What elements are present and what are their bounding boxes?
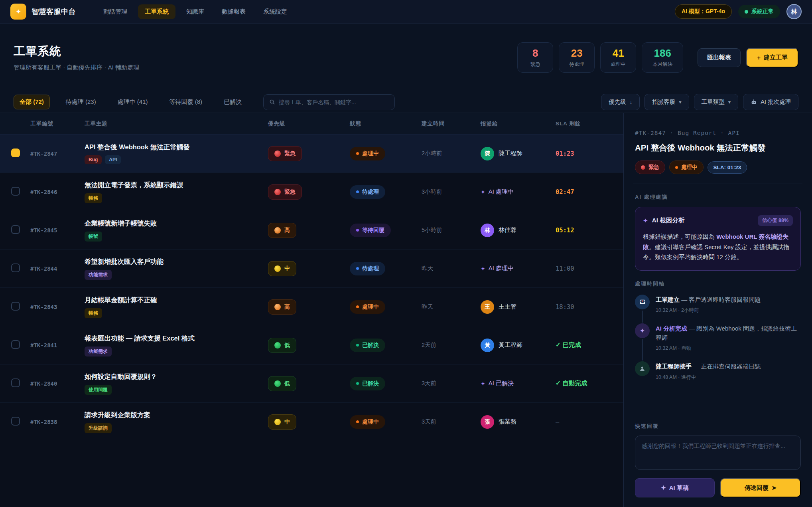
nav-item-knowledge[interactable]: 知識庫: [179, 4, 211, 19]
ticket-title: 無法開立電子發票，系統顯示錯誤: [85, 181, 268, 190]
row-checkbox[interactable]: [11, 340, 20, 349]
page-header: 工單系統 管理所有客服工單 · 自動優先排序 · AI 輔助處理 8 緊急 23…: [0, 24, 812, 91]
timeline-section-label: 處理時間軸: [635, 280, 801, 287]
timeline-item: 陳工程師接手 — 正在排查伺服器端日誌 10:48 AM · 進行中: [635, 361, 801, 381]
table-row[interactable]: #TK-2838 請求升級到企業版方案 升級諮詢 中 處理中 3天前 張 張業務…: [0, 403, 623, 441]
app-window: ✦ 智慧客服中台 對話管理 工單系統 知識庫 數據報表 系統設定 AI 模型：G…: [0, 0, 812, 507]
status-badge: 處理中: [350, 147, 385, 160]
status-dot-icon: [356, 190, 359, 193]
table-row[interactable]: #TK-2844 希望新增批次匯入客戶功能 功能需求 中 待處理 昨天 ✦ AI…: [0, 250, 623, 288]
ticket-title: 請求升級到企業版方案: [85, 411, 268, 420]
search-input[interactable]: [279, 99, 389, 105]
create-ticket-button[interactable]: + 建立工單: [746, 48, 798, 67]
status-badge: 待處理: [350, 185, 385, 199]
confidence-badge: 信心值 88%: [758, 215, 793, 226]
export-report-button[interactable]: 匯出報表: [698, 48, 741, 67]
tab-inprogress[interactable]: 處理中 (41): [112, 95, 154, 109]
assignee: 林 林佳蓉: [481, 224, 556, 237]
row-checkbox[interactable]: [11, 149, 20, 157]
table-row[interactable]: #TK-2847 API 整合後 Webhook 無法正常觸發 Bug API …: [0, 135, 623, 173]
ticket-id: #TK-2843: [30, 304, 85, 310]
priority-dot-icon: [274, 419, 281, 425]
ticket-title: 如何設定自動回覆規則？: [85, 372, 268, 381]
reply-textarea[interactable]: [635, 436, 801, 470]
row-checkbox[interactable]: [11, 187, 20, 196]
status-dot-icon: [675, 166, 678, 169]
table-row[interactable]: #TK-2841 報表匯出功能 — 請求支援 Excel 格式 功能需求 低 已…: [0, 326, 623, 364]
sparkle-icon: ✦: [16, 8, 21, 16]
main-nav: 對話管理 工單系統 知識庫 數據報表 系統設定: [97, 4, 294, 19]
sort-priority-button[interactable]: 優先級 ↓: [601, 94, 640, 110]
ticket-id: #TK-2838: [30, 419, 85, 425]
chevron-down-icon: ▾: [728, 99, 731, 105]
priority-dot-icon: [274, 342, 281, 349]
tab-waiting[interactable]: 等待回覆 (8): [164, 95, 208, 109]
assignee: 黃 黃工程師: [481, 339, 556, 352]
ticket-title: 月結帳單金額計算不正確: [85, 296, 268, 305]
arrow-down-icon: ↓: [630, 99, 633, 105]
quick-reply-section: 快速回覆 ✦ AI 草稿 傳送回覆 ➤: [635, 423, 801, 497]
row-checkbox[interactable]: [11, 263, 20, 272]
sla-remaining: —: [556, 418, 623, 426]
assignee: 陳 陳工程師: [481, 147, 556, 160]
priority-badge: 緊急: [268, 146, 302, 161]
row-checkbox[interactable]: [11, 378, 20, 387]
ai-batch-button[interactable]: AI 批次處理: [743, 94, 798, 110]
assignee-ai: ✦ AI 已解決: [481, 380, 556, 387]
status-dot-icon: [356, 344, 359, 347]
table-row[interactable]: #TK-2845 企業帳號新增子帳號失敗 帳號 高 等待回覆 5小時前 林 林佳…: [0, 211, 623, 250]
user-avatar[interactable]: 林: [786, 4, 802, 19]
assignee-filter-dropdown[interactable]: 指派客服 ▾: [644, 94, 689, 110]
table-row[interactable]: #TK-2843 月結帳單金額計算不正確 帳務 高 處理中 昨天 王 王主管 1…: [0, 288, 623, 326]
assignee-avatar: 王: [481, 300, 494, 314]
created-time: 昨天: [422, 303, 481, 311]
nav-item-conversations[interactable]: 對話管理: [97, 4, 134, 19]
detail-sla-badge: SLA: 01:23: [708, 161, 747, 174]
status-dot-icon: [356, 152, 359, 155]
status-badge: 處理中: [350, 415, 385, 429]
created-time: 3小時前: [422, 188, 481, 196]
ai-draft-button[interactable]: ✦ AI 草稿: [635, 478, 715, 497]
row-checkbox[interactable]: [11, 302, 20, 311]
send-arrow-icon: ➤: [772, 484, 777, 491]
tab-resolved[interactable]: 已解決: [218, 95, 247, 109]
timeline-item: 工單建立 — 客戶透過即時客服回報問題 10:32 AM · 2小時前: [635, 295, 801, 324]
table-row[interactable]: #TK-2840 如何設定自動回覆規則？ 使用問題 低 已解決 3天前 ✦ AI…: [0, 364, 623, 403]
tab-pending[interactable]: 待處理 (23): [60, 95, 102, 109]
tab-all[interactable]: 全部 (72): [14, 95, 50, 109]
priority-badge: 中: [268, 414, 296, 430]
quick-reply-label: 快速回覆: [635, 423, 801, 430]
row-checkbox[interactable]: [11, 417, 20, 426]
ticket-id: #TK-2841: [30, 342, 85, 349]
filter-bar: 全部 (72) 待處理 (23) 處理中 (41) 等待回覆 (8) 已解決 優…: [0, 91, 812, 113]
nav-item-settings[interactable]: 系統設定: [256, 4, 294, 19]
detail-title: API 整合後 Webhook 無法正常觸發: [635, 142, 801, 153]
status-badge: 已解決: [350, 377, 385, 390]
row-checkbox[interactable]: [11, 225, 20, 234]
system-status-badge: 系統正常: [738, 5, 780, 18]
priority-dot-icon: [274, 189, 281, 195]
col-header-id: 工單編號: [30, 120, 85, 127]
col-header-created: 建立時間: [422, 120, 481, 127]
app-logo: ✦: [10, 4, 26, 20]
send-reply-button[interactable]: 傳送回覆 ➤: [720, 478, 801, 497]
page-title: 工單系統: [14, 44, 139, 59]
assignee-ai: ✦ AI 處理中: [481, 265, 556, 272]
ticket-tag: 功能需求: [85, 347, 112, 356]
nav-item-tickets[interactable]: 工單系統: [138, 4, 175, 19]
status-dot-icon: [356, 229, 359, 232]
status-badge: 等待回覆: [350, 224, 391, 237]
sparkle-icon: ✦: [635, 323, 650, 338]
sparkle-icon: ✦: [481, 380, 485, 387]
ticket-type-dropdown[interactable]: 工單類型 ▾: [694, 94, 739, 110]
stat-label: 緊急: [530, 61, 540, 68]
ticket-id: #TK-2847: [30, 151, 85, 157]
col-header-assignee: 指派給: [481, 120, 556, 127]
assignee-avatar: 黃: [481, 339, 494, 352]
col-header-status: 狀態: [350, 120, 422, 127]
status-dot-icon: [356, 420, 359, 423]
nav-item-reports[interactable]: 數據報表: [215, 4, 252, 19]
table-row[interactable]: #TK-2846 無法開立電子發票，系統顯示錯誤 帳務 緊急 待處理 3小時前 …: [0, 173, 623, 211]
stat-card-urgent: 8 緊急: [517, 42, 553, 73]
ticket-title: 希望新增批次匯入客戶功能: [85, 257, 268, 266]
